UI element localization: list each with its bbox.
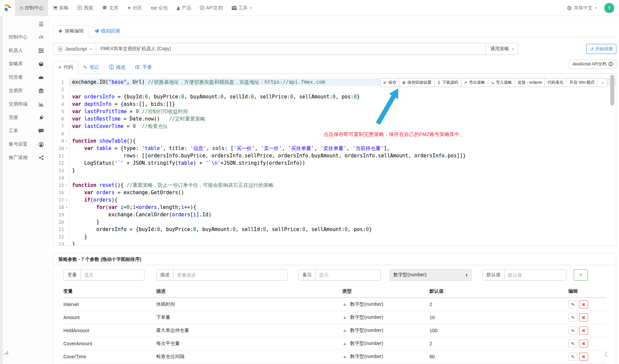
fold-arrow-icon[interactable]: ▾ (64, 196, 69, 204)
sidebar-item-strategy-library[interactable]: 策略库 (0, 57, 50, 71)
param-desc-input[interactable] (174, 270, 287, 280)
vim-mode-button[interactable]: 开启 Vim 模式 (566, 78, 598, 87)
skin-button[interactable]: 皮肤 - eclipse (515, 78, 545, 87)
javascript-api-doc-button[interactable]: JavaScript API文档 ⓘ (569, 60, 616, 69)
drag-move-icon[interactable]: ↔↕ (342, 315, 347, 320)
nav-item-community[interactable]: ★ 社区 (123, 0, 147, 16)
edit-param-button[interactable]: ✎ (568, 300, 577, 308)
fmz-logo[interactable] (0, 0, 15, 16)
code-line[interactable]: 14 (53, 174, 616, 181)
code-line[interactable]: 5var lastProfitTime = 0 //控制打印收益时间 (53, 108, 616, 115)
drag-move-icon[interactable]: ↔↕ (342, 328, 347, 333)
code-line[interactable]: 11 rows: [[ordersInfo.buyPrice, ordersIn… (53, 152, 616, 159)
sidebar-item-referral[interactable]: 推广返佣 (0, 151, 50, 164)
nav-item-tools[interactable]: 工具 ▾ (227, 0, 256, 16)
sidebar-item-label: 账号设置 (9, 141, 27, 147)
fold-arrow-icon[interactable]: ▾ (64, 145, 69, 152)
code-editor[interactable]: 1exchange.IO("base", Url) //切换基地址，方便切换实盘… (53, 74, 616, 246)
fold-arrow-icon[interactable]: ▾ (64, 137, 69, 145)
import-strategy-button[interactable]: ↘ 导入策略 (488, 78, 515, 87)
night-mode-toggle[interactable]: ☾ (604, 351, 610, 358)
drag-move-icon[interactable]: ↔↕ (342, 302, 347, 307)
add-param-button[interactable]: + (574, 269, 588, 281)
drag-move-icon[interactable]: ↔↕ (342, 341, 347, 346)
nav-item-watch[interactable]: 围观 (73, 0, 98, 16)
sidebar-item-tickets[interactable]: 工单 (0, 124, 50, 138)
sidebar-item-control-center[interactable]: 控制中心 (0, 30, 50, 44)
edit-param-button[interactable]: ✎ (568, 353, 577, 361)
drag-move-icon[interactable]: ↔↕ (342, 354, 347, 359)
tab-strategy-edit[interactable]: ❖ 策略编辑 (53, 25, 89, 37)
code-line[interactable]: 7var lastCoverTime = 0 //检查仓位 (53, 123, 616, 130)
edit-param-button[interactable]: ✎ (568, 326, 577, 335)
param-note-input[interactable] (316, 270, 380, 280)
sidebar-collapse-button[interactable]: ☰ (0, 16, 50, 30)
gutter: 18▾ (53, 204, 69, 211)
param-type-select[interactable]: 数字型(number) ▲▼ (390, 269, 471, 281)
code-line[interactable]: 18▾ for(var i=0;i<orders.length;i++){ (53, 204, 616, 211)
fold-arrow-icon[interactable]: ▾ (64, 204, 69, 211)
tab-simulated-backtest[interactable]: 模拟回测 (89, 25, 125, 37)
plus-icon: + (579, 271, 582, 279)
download-source-button[interactable]: ↧ 下载源码 (434, 78, 461, 87)
code-line[interactable]: 22 } (53, 233, 616, 240)
editor-scrollbar[interactable] (610, 75, 614, 244)
code-line[interactable]: 16 var orders = exchange.GetOrders() (53, 189, 616, 196)
code-line[interactable]: 15▾function reset(){ //重置策略，防止一些订单卡住，可能会… (53, 181, 616, 189)
param-default-input[interactable] (505, 270, 566, 280)
nav-item-library[interactable]: 文库 (98, 0, 123, 16)
code-line[interactable]: 9▾function showTable(){ (53, 137, 616, 145)
sidebar-item-host[interactable]: 托管者 (0, 71, 50, 84)
edit-param-button[interactable]: ✎ (568, 313, 577, 321)
save-backtest-settings-button[interactable]: ⚙ 保存回测设置 (399, 78, 435, 87)
sidebar-item-exchange[interactable]: 交易所 (0, 84, 50, 97)
nav-item-crowdsource[interactable]: 众包 (147, 0, 172, 16)
sidebar-item-recharge[interactable]: 充值 (0, 111, 50, 124)
save-button[interactable]: ✔ 保存 (380, 78, 399, 87)
tab-description[interactable]: ⓘ 描述 (104, 61, 130, 73)
main-content: ❖ 策略编辑 模拟回测 JS JavaScript ▾ 通用策略 (53, 16, 616, 364)
export-strategy-button[interactable]: ↗ 导出策略 (461, 78, 488, 87)
tab-note[interactable]: ✎ 笔记 (78, 61, 104, 73)
code-line[interactable]: 10▾ var table = {type: 'table', title: '… (53, 145, 616, 152)
code-line[interactable]: 4var depthInfo = {asks:[], bids:[]} (53, 100, 616, 108)
delete-param-button[interactable]: ✖ (579, 313, 588, 321)
param-name: Amount (63, 311, 156, 324)
delete-param-button[interactable]: ✖ (579, 326, 588, 335)
tab-manual[interactable]: 手册 (130, 61, 157, 73)
param-var-input[interactable] (81, 270, 144, 280)
nav-item-strategy[interactable]: 策略 (48, 0, 73, 16)
delete-param-button[interactable]: ✖ (579, 353, 588, 361)
code-line[interactable]: 17▾ if(orders){ (53, 196, 616, 204)
start-backtest-button[interactable]: ↺ 开始回测 (586, 44, 616, 54)
strategy-name-input[interactable] (96, 43, 486, 55)
code-line[interactable]: 6var lastRestTime = Date.now() //定时重置策略 (53, 115, 616, 123)
code-line[interactable]: 23} (53, 240, 616, 246)
code-line[interactable]: 19 exchange.CancelOrder(orders[i].Id) (53, 211, 616, 218)
scrollbar-thumb[interactable] (610, 75, 614, 105)
sidebar-item-robots[interactable]: 机器人 (0, 44, 50, 57)
delete-param-button[interactable]: ✖ (579, 300, 588, 308)
nav-label: API文档 (206, 5, 223, 11)
beautify-button[interactable]: 代码美化 (545, 78, 567, 87)
tab-code[interactable]: ≡ 代码 (53, 61, 78, 74)
code-line[interactable]: 3var ordersInfo = {buyId:0, buyPrice:0, … (53, 93, 616, 100)
sidebar-item-trade-terminal[interactable]: 交易终端 (0, 97, 50, 111)
avatar[interactable]: Y (604, 3, 614, 13)
code-line[interactable]: 20 } (53, 218, 616, 226)
nav-item-api-docs[interactable]: ⓘ API文档 (195, 0, 227, 16)
edit-param-button[interactable]: ✎ (568, 340, 577, 348)
delete-param-button[interactable]: ✖ (579, 340, 588, 348)
code-line[interactable]: 13} (53, 167, 616, 174)
sidebar-item-account-settings[interactable]: 账号设置 (0, 138, 50, 151)
code-line[interactable]: 21 ordersInfo = {buyId:0, buyPrice:0, bu… (53, 226, 616, 233)
code-line[interactable]: 12 LogStatus('`' + JSON.stringify(table)… (53, 159, 616, 167)
strategy-category-dropdown[interactable]: 通用策略 ▾ (486, 43, 518, 55)
nav-item-control-center[interactable]: ◷ 控制中心 (15, 0, 48, 16)
fullscreen-button[interactable]: ↔ (597, 78, 607, 87)
language-dropdown[interactable]: JS JavaScript ▾ (53, 43, 96, 55)
nav-item-product[interactable]: 产品 (172, 0, 195, 16)
fold-arrow-icon[interactable]: ▾ (64, 181, 69, 189)
pencil-icon: ✎ (571, 341, 575, 346)
language-selector[interactable]: 简体中文 ▾ (567, 5, 597, 11)
